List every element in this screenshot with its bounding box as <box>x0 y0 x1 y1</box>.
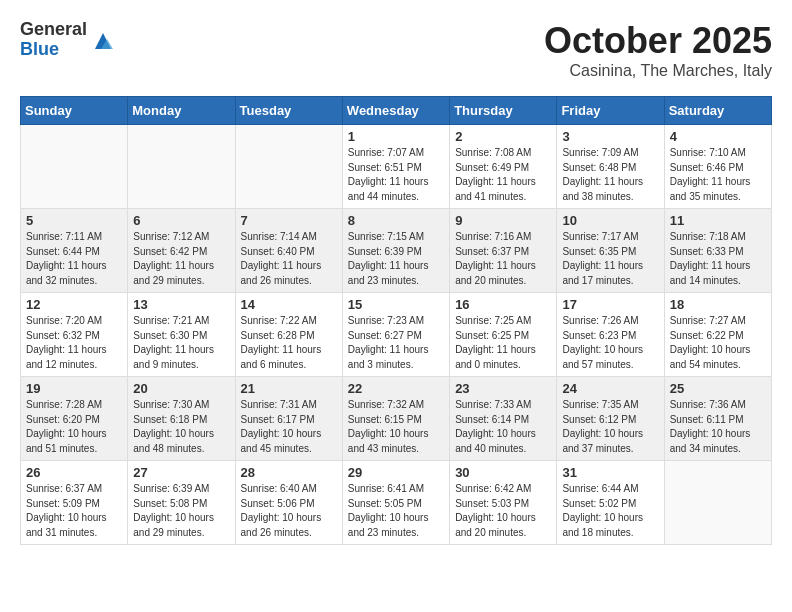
day-cell-17: 17Sunrise: 7:26 AM Sunset: 6:23 PM Dayli… <box>557 293 664 377</box>
day-cell-26: 26Sunrise: 6:37 AM Sunset: 5:09 PM Dayli… <box>21 461 128 545</box>
day-info: Sunrise: 7:27 AM Sunset: 6:22 PM Dayligh… <box>670 314 766 372</box>
title-block: October 2025 Casinina, The Marches, Ital… <box>544 20 772 80</box>
day-info: Sunrise: 7:32 AM Sunset: 6:15 PM Dayligh… <box>348 398 444 456</box>
day-header-friday: Friday <box>557 97 664 125</box>
location: Casinina, The Marches, Italy <box>544 62 772 80</box>
day-cell-15: 15Sunrise: 7:23 AM Sunset: 6:27 PM Dayli… <box>342 293 449 377</box>
day-header-thursday: Thursday <box>450 97 557 125</box>
day-number: 30 <box>455 465 551 480</box>
day-number: 15 <box>348 297 444 312</box>
day-info: Sunrise: 7:09 AM Sunset: 6:48 PM Dayligh… <box>562 146 658 204</box>
day-info: Sunrise: 7:07 AM Sunset: 6:51 PM Dayligh… <box>348 146 444 204</box>
day-cell-19: 19Sunrise: 7:28 AM Sunset: 6:20 PM Dayli… <box>21 377 128 461</box>
day-info: Sunrise: 7:15 AM Sunset: 6:39 PM Dayligh… <box>348 230 444 288</box>
day-number: 20 <box>133 381 229 396</box>
empty-cell <box>664 461 771 545</box>
day-number: 24 <box>562 381 658 396</box>
day-cell-10: 10Sunrise: 7:17 AM Sunset: 6:35 PM Dayli… <box>557 209 664 293</box>
day-number: 21 <box>241 381 337 396</box>
day-info: Sunrise: 6:39 AM Sunset: 5:08 PM Dayligh… <box>133 482 229 540</box>
day-number: 19 <box>26 381 122 396</box>
day-number: 3 <box>562 129 658 144</box>
logo: General Blue <box>20 20 115 60</box>
day-info: Sunrise: 6:42 AM Sunset: 5:03 PM Dayligh… <box>455 482 551 540</box>
day-number: 10 <box>562 213 658 228</box>
day-number: 8 <box>348 213 444 228</box>
day-info: Sunrise: 7:16 AM Sunset: 6:37 PM Dayligh… <box>455 230 551 288</box>
day-cell-2: 2Sunrise: 7:08 AM Sunset: 6:49 PM Daylig… <box>450 125 557 209</box>
day-info: Sunrise: 7:11 AM Sunset: 6:44 PM Dayligh… <box>26 230 122 288</box>
day-cell-11: 11Sunrise: 7:18 AM Sunset: 6:33 PM Dayli… <box>664 209 771 293</box>
day-cell-6: 6Sunrise: 7:12 AM Sunset: 6:42 PM Daylig… <box>128 209 235 293</box>
day-number: 6 <box>133 213 229 228</box>
day-info: Sunrise: 7:30 AM Sunset: 6:18 PM Dayligh… <box>133 398 229 456</box>
logo-blue-text: Blue <box>20 40 87 60</box>
day-cell-5: 5Sunrise: 7:11 AM Sunset: 6:44 PM Daylig… <box>21 209 128 293</box>
day-cell-3: 3Sunrise: 7:09 AM Sunset: 6:48 PM Daylig… <box>557 125 664 209</box>
day-info: Sunrise: 7:10 AM Sunset: 6:46 PM Dayligh… <box>670 146 766 204</box>
day-number: 1 <box>348 129 444 144</box>
day-info: Sunrise: 7:33 AM Sunset: 6:14 PM Dayligh… <box>455 398 551 456</box>
day-number: 22 <box>348 381 444 396</box>
day-number: 16 <box>455 297 551 312</box>
day-number: 12 <box>26 297 122 312</box>
day-info: Sunrise: 7:22 AM Sunset: 6:28 PM Dayligh… <box>241 314 337 372</box>
day-info: Sunrise: 6:41 AM Sunset: 5:05 PM Dayligh… <box>348 482 444 540</box>
day-cell-12: 12Sunrise: 7:20 AM Sunset: 6:32 PM Dayli… <box>21 293 128 377</box>
day-info: Sunrise: 7:23 AM Sunset: 6:27 PM Dayligh… <box>348 314 444 372</box>
day-cell-30: 30Sunrise: 6:42 AM Sunset: 5:03 PM Dayli… <box>450 461 557 545</box>
day-number: 31 <box>562 465 658 480</box>
day-info: Sunrise: 7:35 AM Sunset: 6:12 PM Dayligh… <box>562 398 658 456</box>
day-number: 29 <box>348 465 444 480</box>
empty-cell <box>235 125 342 209</box>
day-cell-27: 27Sunrise: 6:39 AM Sunset: 5:08 PM Dayli… <box>128 461 235 545</box>
day-number: 28 <box>241 465 337 480</box>
day-info: Sunrise: 7:26 AM Sunset: 6:23 PM Dayligh… <box>562 314 658 372</box>
day-info: Sunrise: 7:25 AM Sunset: 6:25 PM Dayligh… <box>455 314 551 372</box>
day-number: 11 <box>670 213 766 228</box>
day-number: 27 <box>133 465 229 480</box>
empty-cell <box>21 125 128 209</box>
day-info: Sunrise: 6:37 AM Sunset: 5:09 PM Dayligh… <box>26 482 122 540</box>
day-info: Sunrise: 7:12 AM Sunset: 6:42 PM Dayligh… <box>133 230 229 288</box>
day-number: 5 <box>26 213 122 228</box>
day-header-sunday: Sunday <box>21 97 128 125</box>
week-row-2: 5Sunrise: 7:11 AM Sunset: 6:44 PM Daylig… <box>21 209 772 293</box>
day-cell-4: 4Sunrise: 7:10 AM Sunset: 6:46 PM Daylig… <box>664 125 771 209</box>
day-number: 18 <box>670 297 766 312</box>
day-info: Sunrise: 6:44 AM Sunset: 5:02 PM Dayligh… <box>562 482 658 540</box>
day-info: Sunrise: 6:40 AM Sunset: 5:06 PM Dayligh… <box>241 482 337 540</box>
week-row-1: 1Sunrise: 7:07 AM Sunset: 6:51 PM Daylig… <box>21 125 772 209</box>
day-cell-7: 7Sunrise: 7:14 AM Sunset: 6:40 PM Daylig… <box>235 209 342 293</box>
day-header-monday: Monday <box>128 97 235 125</box>
day-number: 17 <box>562 297 658 312</box>
day-cell-16: 16Sunrise: 7:25 AM Sunset: 6:25 PM Dayli… <box>450 293 557 377</box>
day-cell-29: 29Sunrise: 6:41 AM Sunset: 5:05 PM Dayli… <box>342 461 449 545</box>
day-info: Sunrise: 7:36 AM Sunset: 6:11 PM Dayligh… <box>670 398 766 456</box>
day-cell-8: 8Sunrise: 7:15 AM Sunset: 6:39 PM Daylig… <box>342 209 449 293</box>
day-cell-23: 23Sunrise: 7:33 AM Sunset: 6:14 PM Dayli… <box>450 377 557 461</box>
month-title: October 2025 <box>544 20 772 62</box>
day-cell-21: 21Sunrise: 7:31 AM Sunset: 6:17 PM Dayli… <box>235 377 342 461</box>
day-header-saturday: Saturday <box>664 97 771 125</box>
day-header-tuesday: Tuesday <box>235 97 342 125</box>
day-number: 14 <box>241 297 337 312</box>
day-info: Sunrise: 7:20 AM Sunset: 6:32 PM Dayligh… <box>26 314 122 372</box>
day-number: 25 <box>670 381 766 396</box>
day-info: Sunrise: 7:18 AM Sunset: 6:33 PM Dayligh… <box>670 230 766 288</box>
empty-cell <box>128 125 235 209</box>
day-cell-25: 25Sunrise: 7:36 AM Sunset: 6:11 PM Dayli… <box>664 377 771 461</box>
week-row-5: 26Sunrise: 6:37 AM Sunset: 5:09 PM Dayli… <box>21 461 772 545</box>
day-info: Sunrise: 7:28 AM Sunset: 6:20 PM Dayligh… <box>26 398 122 456</box>
day-number: 9 <box>455 213 551 228</box>
day-number: 7 <box>241 213 337 228</box>
day-header-wednesday: Wednesday <box>342 97 449 125</box>
week-row-4: 19Sunrise: 7:28 AM Sunset: 6:20 PM Dayli… <box>21 377 772 461</box>
day-cell-28: 28Sunrise: 6:40 AM Sunset: 5:06 PM Dayli… <box>235 461 342 545</box>
day-number: 4 <box>670 129 766 144</box>
day-info: Sunrise: 7:31 AM Sunset: 6:17 PM Dayligh… <box>241 398 337 456</box>
days-header-row: SundayMondayTuesdayWednesdayThursdayFrid… <box>21 97 772 125</box>
day-cell-24: 24Sunrise: 7:35 AM Sunset: 6:12 PM Dayli… <box>557 377 664 461</box>
day-number: 13 <box>133 297 229 312</box>
day-cell-9: 9Sunrise: 7:16 AM Sunset: 6:37 PM Daylig… <box>450 209 557 293</box>
